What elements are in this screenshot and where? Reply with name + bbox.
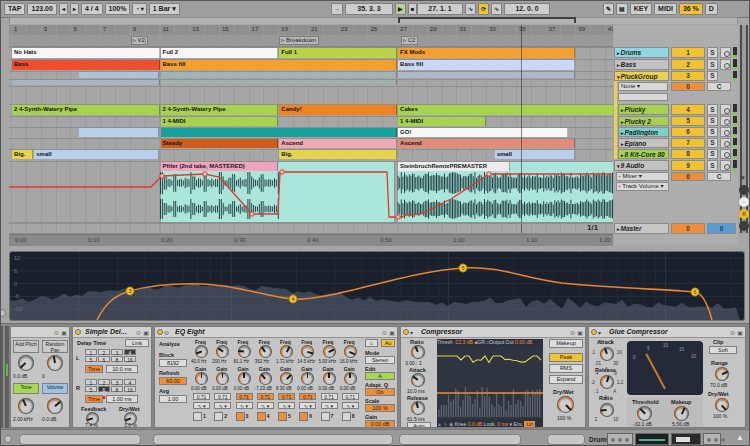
solo-button[interactable]: S bbox=[707, 116, 718, 126]
clip-big-[interactable]: Big. bbox=[279, 150, 397, 159]
gain-knob[interactable] bbox=[238, 372, 251, 385]
out-value[interactable]: 0.00 dB bbox=[515, 339, 532, 345]
track-activator[interactable]: 1 bbox=[671, 47, 705, 58]
beat-division-2[interactable]: 2 bbox=[98, 349, 110, 355]
clip-segment[interactable] bbox=[161, 72, 398, 78]
panel-fold-button[interactable] bbox=[0, 309, 6, 317]
clip-2-4-synth-watery-pipe[interactable]: 2 4-Synth-Watery Pipe bbox=[161, 105, 279, 115]
attack-knob[interactable] bbox=[411, 373, 425, 387]
delay-title-bar[interactable]: Simple Del... ⊙ ▣ bbox=[73, 327, 151, 338]
hotswap-icon[interactable]: ⊙ bbox=[136, 328, 141, 338]
time-ruler[interactable]: 0:000:100:200:300:400:501:001:101:20 bbox=[9, 234, 613, 246]
freq-knob[interactable] bbox=[195, 345, 208, 358]
clip-cakes[interactable]: Cakes bbox=[398, 105, 613, 115]
threshold-knob[interactable] bbox=[637, 406, 652, 421]
clip-steady[interactable]: Steady bbox=[161, 139, 279, 148]
glue-release-knob[interactable]: .1.2.4.6.81.2A bbox=[600, 375, 614, 389]
stop-button[interactable]: ■ bbox=[408, 3, 418, 15]
fold-icon[interactable]: ▸ bbox=[621, 119, 624, 125]
hotswap-icon[interactable]: ⊙ bbox=[730, 328, 735, 338]
filter-type-select[interactable]: ∿ ▾ bbox=[342, 402, 359, 409]
clip-1-4-midi[interactable]: 1 4-MIDI bbox=[398, 117, 486, 126]
output-gain-field[interactable]: 0.00 dB bbox=[365, 420, 395, 428]
sidechain-toggle-icon[interactable]: ▾ bbox=[598, 328, 601, 338]
midi-map-button[interactable]: MIDI bbox=[654, 3, 677, 15]
device-activator-led[interactable] bbox=[403, 329, 409, 335]
clip-bass-fill[interactable]: Bass fill bbox=[398, 60, 575, 70]
q-field[interactable]: 0.71 bbox=[236, 393, 253, 400]
beat-division-5[interactable]: 5 bbox=[85, 386, 97, 392]
solo-button[interactable]: S bbox=[707, 71, 718, 81]
crossfade-assign[interactable]: C bbox=[707, 82, 731, 91]
adaptq-toggle[interactable]: On bbox=[365, 388, 395, 396]
fold-icon[interactable]: ▸ bbox=[617, 62, 620, 68]
q-field[interactable]: 0.71 bbox=[257, 393, 274, 400]
key-map-button[interactable]: KEY bbox=[630, 3, 652, 15]
gain-knob[interactable] bbox=[344, 372, 357, 385]
track-activator[interactable]: 2 bbox=[671, 59, 705, 70]
beat-division-16[interactable]: 16 bbox=[124, 356, 136, 362]
clip-full-1[interactable]: Full 1 bbox=[279, 48, 397, 58]
audio-clip-body[interactable] bbox=[161, 162, 396, 222]
fold-icon[interactable]: ▾ bbox=[617, 163, 620, 169]
mode-select[interactable]: Stereo bbox=[365, 356, 395, 364]
auto-release-button[interactable]: Auto bbox=[407, 422, 431, 428]
block-select[interactable]: 8192 bbox=[159, 359, 187, 367]
track-activator[interactable]: 3 bbox=[671, 71, 705, 81]
clip-segment[interactable] bbox=[398, 72, 575, 78]
device-activator-led[interactable] bbox=[591, 329, 597, 335]
comp-drywet-knob[interactable] bbox=[557, 396, 574, 413]
hotswap-icon[interactable]: ⊙ bbox=[570, 328, 575, 338]
save-icon[interactable]: ▣ bbox=[61, 328, 67, 338]
env-mode-button[interactable]: Lin bbox=[524, 421, 535, 427]
automation-param-chooser[interactable]: ▪ Track Volume ▾ bbox=[616, 182, 669, 191]
audio-clip-title-steinbruchremixpremaster[interactable]: SteinbruchRemixPREMASTER bbox=[398, 162, 510, 171]
gain-knob[interactable] bbox=[259, 372, 272, 385]
record-indicator-button[interactable]: R bbox=[739, 209, 749, 219]
filter-type-select[interactable]: ∿ ▾ bbox=[321, 402, 338, 409]
expand-mode-button[interactable]: Expand bbox=[549, 375, 583, 384]
clip-segment[interactable] bbox=[79, 72, 160, 78]
fold-icon[interactable]: ▸ bbox=[617, 50, 620, 56]
macro-knob-add-pitch[interactable] bbox=[18, 355, 34, 371]
track-header-bass[interactable]: ▸Bass2S bbox=[614, 59, 738, 70]
band-toggle-checkbox[interactable] bbox=[214, 412, 223, 421]
macro-knob-tone[interactable] bbox=[18, 398, 34, 414]
fold-icon[interactable]: ▸ bbox=[621, 152, 624, 158]
glue-ratio-knob[interactable]: 2410 bbox=[600, 403, 614, 417]
arm-button[interactable] bbox=[720, 59, 731, 70]
filter-type-select[interactable]: ∿ ▾ bbox=[299, 402, 316, 409]
time-signature-field[interactable]: 4 / 4 bbox=[81, 3, 103, 15]
scroll-piece-3[interactable] bbox=[399, 434, 521, 445]
freq-knob[interactable] bbox=[216, 345, 229, 358]
solo-button[interactable]: S bbox=[707, 127, 718, 137]
arrangement-position-field[interactable]: 35. 3. 3 bbox=[345, 3, 393, 15]
arm-button[interactable] bbox=[720, 127, 731, 137]
loop-start-field[interactable]: 27. 1. 1 bbox=[417, 3, 463, 15]
delay-left-time-mode-button[interactable]: Time bbox=[85, 365, 103, 373]
makeup-knob[interactable] bbox=[674, 406, 689, 421]
beat-division-4[interactable]: 4 bbox=[124, 379, 136, 385]
thresh-value[interactable]: -22.3 dB bbox=[454, 339, 473, 345]
clip-candy-[interactable]: Candy! bbox=[279, 105, 397, 115]
beat-division-8[interactable]: 8 bbox=[111, 356, 123, 362]
quantization-menu[interactable]: 1 Bar ▾ bbox=[149, 3, 180, 15]
filter-type-select[interactable]: ∿ ▾ bbox=[214, 402, 231, 409]
freq-knob[interactable] bbox=[344, 345, 357, 358]
draw-mode-pencil-icon[interactable]: ✎ bbox=[603, 3, 614, 15]
pluckgroup-name-field[interactable] bbox=[618, 93, 668, 101]
nudge-down-button[interactable]: ◂ bbox=[59, 3, 68, 15]
tempo-field[interactable]: 123.00 bbox=[27, 3, 56, 15]
beat-division-5[interactable]: 5 bbox=[85, 356, 97, 362]
output-checkbox[interactable]: Output bbox=[489, 339, 504, 345]
range-knob[interactable] bbox=[715, 367, 729, 381]
release-knob[interactable] bbox=[411, 401, 425, 415]
adaptive-icon[interactable]: Au bbox=[381, 339, 395, 347]
gain-knob[interactable] bbox=[280, 372, 293, 385]
metronome-button[interactable]: ◔ ▾ bbox=[132, 3, 146, 15]
delay-right-ms-field[interactable]: 1.00 ms bbox=[106, 395, 138, 403]
track-header-epiano[interactable]: ▸Epiano7S bbox=[614, 138, 738, 148]
device-activator-led[interactable] bbox=[75, 329, 81, 335]
gain-knob[interactable] bbox=[195, 372, 208, 385]
track-header-padlington[interactable]: ▸Padlington6S bbox=[614, 127, 738, 137]
